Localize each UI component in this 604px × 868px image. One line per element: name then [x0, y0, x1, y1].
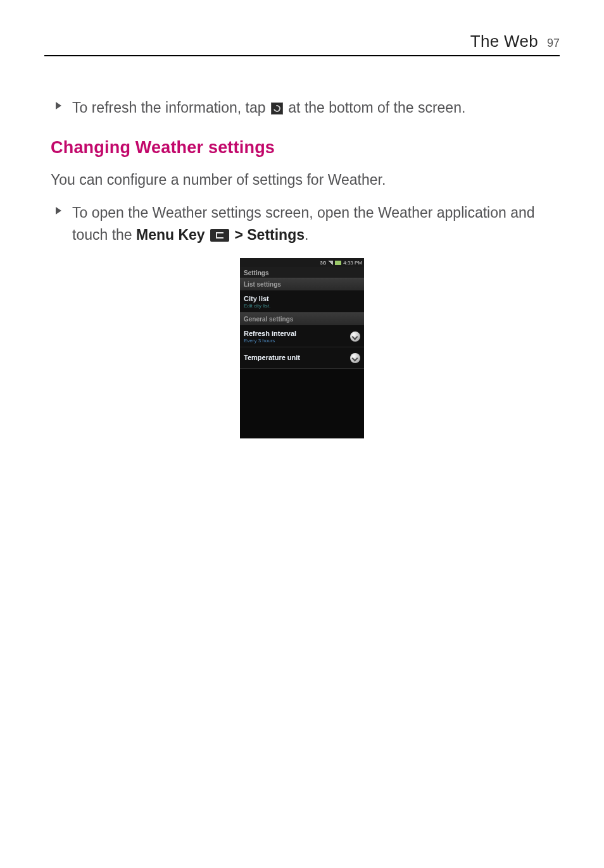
separator-gt: >: [234, 226, 247, 243]
row-temperature-unit[interactable]: Temperature unit: [240, 347, 364, 369]
refresh-instruction: To refresh the information, tap at the b…: [72, 97, 560, 119]
settings-label: Settings: [247, 226, 305, 243]
row-city-list[interactable]: City list Edit city list.: [240, 291, 364, 313]
row-title-refresh-interval: Refresh interval: [244, 330, 350, 337]
header-page-number: 97: [547, 37, 560, 50]
refresh-text-prefix: To refresh the information, tap: [72, 99, 270, 116]
refresh-icon: [271, 102, 283, 115]
refresh-text-suffix: at the bottom of the screen.: [288, 99, 465, 116]
signal-icon: [328, 261, 333, 265]
open-settings-instruction: To open the Weather settings screen, ope…: [72, 202, 560, 245]
page-header: The Web 97: [44, 32, 560, 56]
threeg-icon: 3G: [320, 261, 326, 265]
row-title-temperature-unit: Temperature unit: [244, 354, 350, 361]
row-sub-refresh-interval: Every 3 hours: [244, 338, 350, 344]
battery-icon: [335, 261, 341, 265]
open-settings-suffix: .: [305, 226, 308, 243]
triangle-bullet-icon: [56, 207, 61, 214]
menu-key-icon: [210, 229, 229, 242]
section-heading-changing-weather-settings: Changing Weather settings: [51, 138, 560, 158]
menu-key-label: Menu Key: [136, 226, 205, 243]
empty-area: [240, 369, 364, 438]
row-sub-city-list: Edit city list.: [244, 303, 360, 309]
section-header-general-settings: General settings: [240, 313, 364, 326]
header-title: The Web: [470, 32, 538, 51]
status-bar: 3G 4:33 PM: [240, 258, 364, 267]
triangle-bullet-icon: [56, 102, 61, 109]
chevron-down-icon: [350, 353, 360, 363]
row-refresh-interval[interactable]: Refresh interval Every 3 hours: [240, 326, 364, 347]
row-title-city-list: City list: [244, 295, 360, 302]
screen-title: Settings: [240, 267, 364, 278]
intro-paragraph: You can configure a number of settings f…: [51, 169, 560, 191]
weather-settings-screenshot: 3G 4:33 PM Settings List settings City l…: [240, 258, 364, 438]
section-header-list-settings: List settings: [240, 278, 364, 291]
statusbar-time: 4:33 PM: [343, 260, 362, 266]
chevron-down-icon: [350, 332, 360, 342]
